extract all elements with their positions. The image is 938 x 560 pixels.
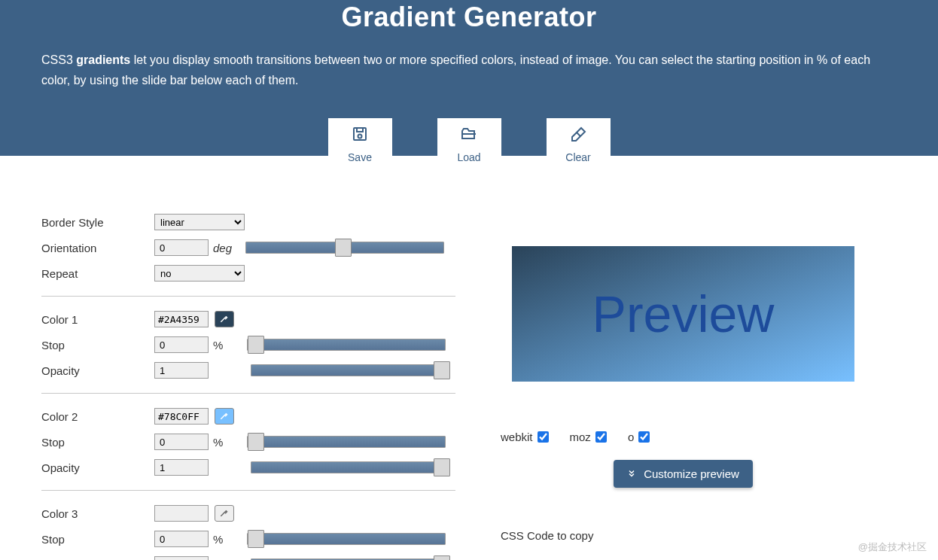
clear-button[interactable]: Clear — [547, 118, 611, 169]
color2-opacity-slider[interactable] — [251, 461, 449, 473]
eyedropper-icon — [219, 313, 230, 326]
color2-stop-label: Stop — [41, 436, 154, 449]
deg-unit: deg — [213, 242, 232, 254]
color1-opacity-input[interactable] — [154, 362, 209, 379]
color2-stop-input[interactable] — [154, 434, 209, 450]
css-code-title: CSS Code to copy — [501, 529, 897, 542]
color1-opacity-slider[interactable] — [251, 364, 449, 376]
save-icon — [351, 125, 369, 151]
slider-thumb[interactable] — [248, 336, 264, 354]
repeat-select[interactable]: no — [154, 265, 245, 282]
desc-prefix: CSS3 — [41, 53, 76, 66]
color1-swatch-button[interactable] — [215, 311, 234, 327]
color2-opacity-input[interactable] — [154, 459, 209, 476]
color1-stop-input[interactable] — [154, 336, 209, 353]
vendor-moz-checkbox[interactable] — [595, 431, 607, 443]
divider — [41, 393, 455, 394]
pct-unit: % — [213, 436, 223, 449]
pct-unit: % — [213, 339, 223, 352]
color3-stop-input[interactable] — [154, 531, 209, 547]
slider-thumb[interactable] — [335, 239, 352, 257]
color1-label: Color 1 — [41, 313, 154, 326]
color1-stop-label: Stop — [41, 339, 154, 352]
color3-stop-label: Stop — [41, 533, 154, 546]
color3-opacity-input[interactable] — [154, 556, 209, 560]
color3-hex-input[interactable] — [154, 505, 209, 522]
vendor-moz[interactable]: moz — [570, 431, 607, 443]
slider-thumb[interactable] — [434, 361, 450, 379]
save-button[interactable]: Save — [328, 118, 392, 169]
customize-label: Customize preview — [644, 467, 739, 480]
watermark: @掘金技术社区 — [858, 540, 927, 554]
desc-bold: gradients — [76, 53, 130, 66]
eraser-icon — [569, 125, 587, 151]
vendor-o-checkbox[interactable] — [638, 431, 650, 443]
page-description: CSS3 gradients let you display smooth tr… — [41, 50, 897, 90]
border-style-label: Border Style — [41, 216, 154, 229]
customize-preview-button[interactable]: Customize preview — [614, 460, 753, 488]
divider — [41, 490, 455, 491]
color3-label: Color 3 — [41, 507, 154, 520]
vendor-o[interactable]: o — [628, 431, 650, 443]
color2-stop-slider[interactable] — [247, 436, 446, 448]
chevron-down-double-icon — [627, 467, 636, 480]
slider-thumb[interactable] — [248, 433, 264, 451]
divider — [41, 296, 455, 297]
color2-swatch-button[interactable] — [215, 408, 234, 425]
orientation-slider[interactable] — [245, 242, 444, 254]
save-label: Save — [348, 151, 372, 163]
load-button[interactable]: Load — [437, 118, 501, 169]
desc-rest: let you display smooth transitions betwe… — [41, 53, 870, 87]
preview-text: Preview — [592, 285, 775, 343]
slider-thumb[interactable] — [248, 530, 264, 548]
vendor-moz-label: moz — [570, 431, 591, 443]
page-title: Gradient Generator — [41, 0, 897, 33]
vendor-webkit-checkbox[interactable] — [538, 431, 549, 443]
svg-point-1 — [358, 134, 362, 138]
vendor-o-label: o — [628, 431, 634, 443]
folder-open-icon — [460, 125, 478, 151]
repeat-label: Repeat — [41, 267, 154, 280]
border-style-select[interactable]: linear — [154, 214, 245, 230]
color3-swatch-button[interactable] — [215, 505, 234, 522]
color1-hex-input[interactable] — [154, 311, 209, 327]
color2-hex-input[interactable] — [154, 408, 209, 425]
color1-stop-slider[interactable] — [247, 339, 446, 351]
slider-thumb[interactable] — [434, 458, 450, 476]
color2-opacity-label: Opacity — [41, 461, 154, 474]
eyedropper-icon — [219, 410, 230, 423]
color1-opacity-label: Opacity — [41, 364, 154, 377]
orientation-input[interactable] — [154, 239, 209, 256]
color2-label: Color 2 — [41, 410, 154, 423]
gradient-preview: Preview — [512, 246, 854, 382]
vendor-webkit-label: webkit — [501, 431, 533, 443]
vendor-webkit[interactable]: webkit — [501, 431, 549, 443]
orientation-label: Orientation — [41, 242, 154, 254]
pct-unit: % — [213, 533, 223, 546]
color3-stop-slider[interactable] — [247, 533, 446, 545]
load-label: Load — [457, 151, 480, 163]
eyedropper-icon — [219, 507, 230, 520]
slider-thumb[interactable] — [434, 555, 450, 560]
clear-label: Clear — [565, 151, 590, 163]
